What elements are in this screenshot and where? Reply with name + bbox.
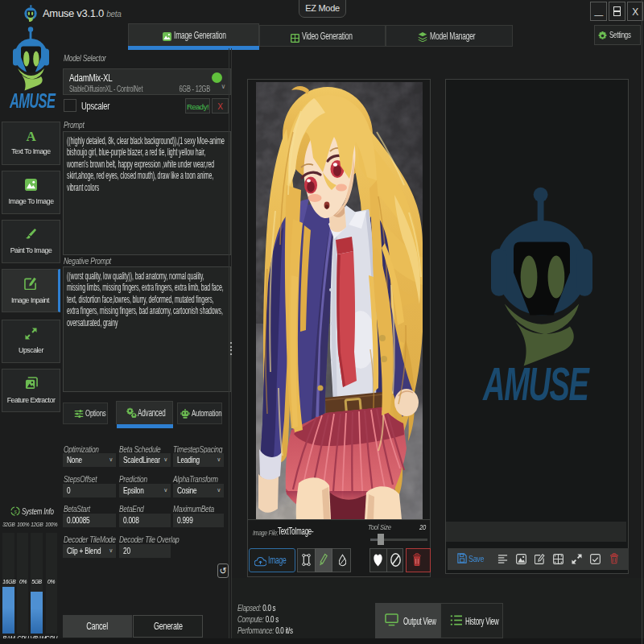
svg-text:s: s [14, 509, 17, 514]
